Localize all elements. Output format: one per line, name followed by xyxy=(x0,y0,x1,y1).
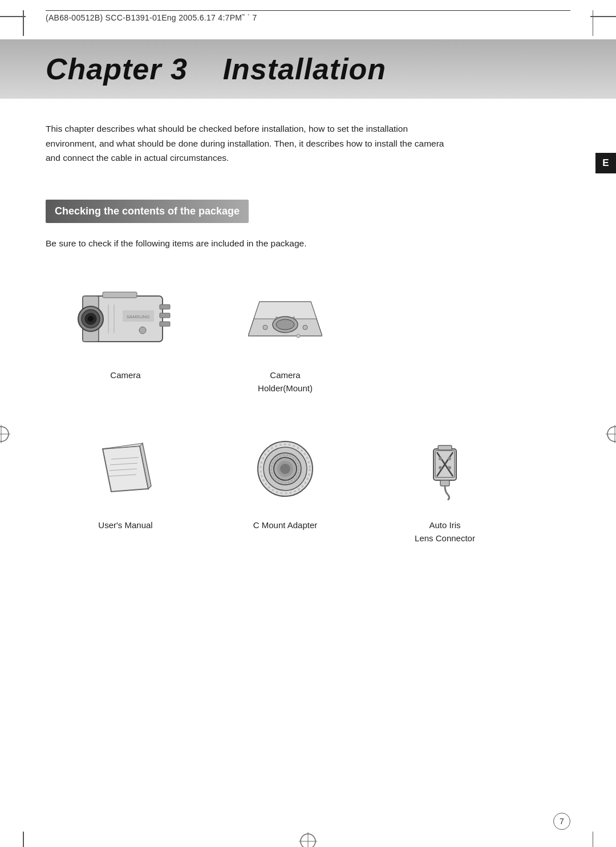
intro-paragraph: This chapter describes what should be ch… xyxy=(46,121,456,165)
manual-label: User's Manual xyxy=(98,519,152,532)
svg-point-26 xyxy=(263,325,268,330)
item-manual: User's Manual xyxy=(46,423,205,532)
e-badge: E xyxy=(595,153,616,173)
check-text: Be sure to check if the following items … xyxy=(46,237,570,251)
svg-point-14 xyxy=(88,316,94,322)
svg-rect-48 xyxy=(438,445,452,450)
svg-point-30 xyxy=(297,334,300,338)
svg-rect-21 xyxy=(160,305,170,309)
header-bar: (AB68-00512B) SCC-B1391-01Eng 2005.6.17 … xyxy=(46,10,570,22)
svg-point-51 xyxy=(439,466,442,469)
lens-adapter-icon-area xyxy=(228,423,342,514)
svg-rect-23 xyxy=(160,322,170,326)
svg-text:SAMSUNG: SAMSUNG xyxy=(127,314,149,319)
section-heading-text: Checking the contents of the package xyxy=(55,205,240,217)
svg-point-52 xyxy=(448,466,451,469)
items-row-2: User's Manual xyxy=(46,423,570,545)
manual-icon-area xyxy=(68,423,183,514)
chapter-title: Chapter 3 Installation xyxy=(46,52,570,86)
item-lens-adapter: C Mount Adapter xyxy=(205,423,365,532)
crosshair-left xyxy=(0,425,10,443)
crosshair-right xyxy=(606,425,616,443)
chapter-title-section: Chapter 3 Installation xyxy=(0,39,616,99)
chapter-number: Chapter 3 xyxy=(46,52,188,86)
item-connector: Auto IrisLens Connector xyxy=(365,423,525,545)
mount-label: CameraHolder(Mount) xyxy=(258,369,313,395)
svg-rect-47 xyxy=(440,480,449,486)
section-heading: Checking the contents of the package xyxy=(46,200,249,223)
crosshair-bottom xyxy=(299,832,317,847)
camera-label: Camera xyxy=(110,369,140,382)
svg-point-28 xyxy=(275,317,278,319)
item-camera: SAMSUNG Camera xyxy=(46,273,205,382)
svg-point-25 xyxy=(276,319,294,330)
svg-point-49 xyxy=(439,457,442,460)
mount-icon-area xyxy=(228,273,342,364)
connector-label: Auto IrisLens Connector xyxy=(415,519,475,545)
chapter-name: Installation xyxy=(223,52,386,86)
svg-point-29 xyxy=(293,317,295,319)
connector-icon-area xyxy=(388,423,502,514)
lens-adapter-label: C Mount Adapter xyxy=(253,519,318,532)
header-text: (AB68-00512B) SCC-B1391-01Eng 2005.6.17 … xyxy=(46,13,257,22)
item-mount: CameraHolder(Mount) xyxy=(205,273,365,395)
camera-icon-area: SAMSUNG xyxy=(68,273,183,364)
svg-point-50 xyxy=(448,457,451,460)
svg-point-20 xyxy=(139,327,146,334)
svg-point-27 xyxy=(303,325,307,330)
svg-rect-15 xyxy=(103,292,137,298)
svg-rect-22 xyxy=(160,313,170,318)
page-number: 7 xyxy=(553,813,570,830)
svg-point-41 xyxy=(280,464,290,474)
items-row-1: SAMSUNG Camera xyxy=(46,273,570,395)
